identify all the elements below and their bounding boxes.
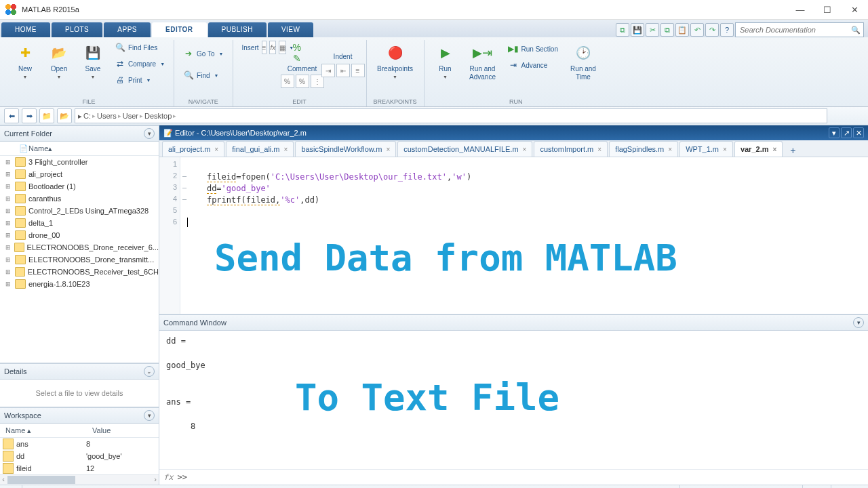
- run-time-button[interactable]: 🕑 Run and Time: [564, 40, 602, 93]
- command-window-header[interactable]: Command Window▾: [159, 315, 868, 331]
- find-files-button[interactable]: 🔍Find Files: [111, 40, 168, 55]
- command-window-body[interactable]: dd = good_bye ans = 8 To Text File: [159, 331, 868, 469]
- code-editor[interactable]: 1 2 3 4 5 6 fileid=fopen('C:\Users\User\…: [159, 157, 868, 314]
- tab-close-icon[interactable]: ×: [284, 146, 288, 153]
- comment-button[interactable]: % ✎ Comment %%⋮: [282, 40, 323, 93]
- quick-access-copy-icon[interactable]: ⧉: [660, 23, 674, 37]
- folder-item[interactable]: ⊞ali_project: [0, 168, 159, 180]
- workspace-row[interactable]: ans8: [0, 438, 159, 450]
- file-tab[interactable]: var_2.m×: [734, 141, 783, 157]
- quick-access-cut-icon[interactable]: ✂: [646, 23, 659, 37]
- run-button[interactable]: ▶ Run▼: [430, 40, 461, 93]
- quick-access-redo-icon[interactable]: ↷: [705, 23, 719, 37]
- panel-menu-icon[interactable]: ▾: [144, 128, 155, 139]
- ws-col-name[interactable]: Name ▴: [0, 426, 87, 435]
- add-tab-button[interactable]: +: [787, 144, 799, 157]
- quick-access-save-icon[interactable]: 💾: [631, 23, 644, 37]
- workspace-row[interactable]: dd'good_bye': [0, 450, 159, 462]
- status-bar: ⎸⎹ script Ln 6 Col 1: [0, 485, 868, 488]
- ribbon-tab-view[interactable]: VIEW: [268, 22, 314, 37]
- folder-item[interactable]: ⊞Bootloader (1): [0, 180, 159, 192]
- ribbon-tab-plots[interactable]: PLOTS: [52, 22, 102, 37]
- nav-up-button[interactable]: 📁: [39, 108, 54, 123]
- tab-close-icon[interactable]: ×: [214, 146, 218, 153]
- close-button[interactable]: ✕: [841, 0, 868, 19]
- ribbon-tab-publish[interactable]: PUBLISH: [208, 22, 267, 37]
- folder-item[interactable]: ⊞Control_2_LEDs Using_ATmega328: [0, 205, 159, 217]
- editor-titlebar[interactable]: 📝 Editor - C:\Users\User\Desktop\var_2.m…: [159, 125, 868, 140]
- search-input[interactable]: [738, 25, 851, 35]
- nav-browse-button[interactable]: 📂: [57, 108, 72, 123]
- workspace-header[interactable]: Workspace▾: [0, 407, 159, 424]
- folder-item[interactable]: ⊞3 Flight_controller: [0, 156, 159, 168]
- fx-icon[interactable]: fx: [163, 472, 173, 482]
- advance-button[interactable]: ⇥Advance: [505, 58, 561, 73]
- nav-forward-button[interactable]: ➡: [22, 108, 37, 123]
- insert-row[interactable]: Insert ≡ fx ▦▼: [239, 40, 279, 55]
- ws-col-value[interactable]: Value: [87, 426, 116, 434]
- workspace-menu-icon[interactable]: ▾: [144, 410, 155, 421]
- file-tab[interactable]: flagSpindles.m×: [609, 141, 678, 157]
- file-tab[interactable]: WPT_1.m×: [679, 141, 733, 157]
- save-button[interactable]: 💾 Save▼: [77, 40, 108, 93]
- tab-close-icon[interactable]: ×: [386, 146, 390, 153]
- folder-column-header-name[interactable]: 📄 Name ▴: [0, 142, 159, 156]
- quick-access-help-icon[interactable]: ?: [720, 23, 734, 37]
- editor-close-icon[interactable]: ✕: [853, 127, 864, 138]
- details-collapse-icon[interactable]: ⌄: [144, 366, 155, 377]
- ribbon: ✚ New▼ 📂 Open▼ 💾 Save▼ 🔍Find Files ⇄Comp…: [0, 37, 868, 106]
- workspace-rows[interactable]: ans8dd'good_bye'fileid12: [0, 438, 159, 474]
- ribbon-tab-home[interactable]: HOME: [1, 22, 50, 37]
- folder-item[interactable]: ⊞delta_1: [0, 217, 159, 229]
- editor-doc-icon: 📝: [163, 129, 173, 138]
- details-header[interactable]: Details⌄: [0, 363, 159, 380]
- workspace-row[interactable]: fileid12: [0, 462, 159, 474]
- address-bar[interactable]: ▸ C: ▸ Users ▸ User ▸ Desktop ▸: [75, 108, 827, 123]
- search-icon[interactable]: 🔍: [851, 26, 861, 35]
- new-button[interactable]: ✚ New▼: [9, 40, 41, 93]
- folder-item[interactable]: ⊞energia-1.8.10E23: [0, 278, 159, 290]
- find-button[interactable]: 🔍Find▼: [180, 68, 226, 83]
- folder-item[interactable]: ⊞caranthus: [0, 192, 159, 205]
- current-folder-header[interactable]: Current Folder▾: [0, 125, 159, 142]
- goto-button[interactable]: ➔Go To▼: [180, 46, 226, 61]
- editor-undock-icon[interactable]: ↗: [841, 127, 852, 138]
- ribbon-tab-editor[interactable]: EDITOR: [152, 22, 207, 37]
- nav-back-button[interactable]: ⬅: [4, 108, 19, 123]
- tab-close-icon[interactable]: ×: [668, 146, 672, 153]
- tab-close-icon[interactable]: ×: [523, 146, 527, 153]
- search-documentation[interactable]: 🔍: [735, 22, 864, 37]
- folder-item[interactable]: ⊞ELECTRONOOBS_Receiver_test_6CH: [0, 266, 159, 278]
- editor-menu-icon[interactable]: ▾: [829, 127, 840, 138]
- command-prompt[interactable]: fx >>: [159, 469, 868, 485]
- folder-item[interactable]: ⊞drone_00: [0, 229, 159, 241]
- h-scrollbar[interactable]: ‹ ›: [0, 474, 159, 485]
- cmd-menu-icon[interactable]: ▾: [853, 317, 864, 328]
- tab-close-icon[interactable]: ×: [723, 146, 727, 153]
- tab-close-icon[interactable]: ×: [597, 146, 601, 153]
- file-tab[interactable]: final_gui_ali.m×: [226, 141, 294, 157]
- compare-button[interactable]: ⇄Compare▼: [111, 56, 168, 71]
- ribbon-tab-apps[interactable]: APPS: [104, 22, 151, 37]
- quick-access-undo-icon[interactable]: ↶: [690, 23, 704, 37]
- code-area[interactable]: fileid=fopen('C:\Users\User\Desktop\our_…: [180, 157, 868, 314]
- minimize-button[interactable]: —: [787, 0, 814, 19]
- folder-item[interactable]: ⊞ELECTRONOOBS_Drone_transmitt...: [0, 253, 159, 266]
- quick-access-icon[interactable]: ⧉: [616, 23, 629, 37]
- current-folder-list[interactable]: ⊞3 Flight_controller⊞ali_project⊞Bootloa…: [0, 156, 159, 363]
- breakpoints-button[interactable]: 🔴 Breakpoints▼: [372, 40, 418, 93]
- print-button[interactable]: 🖨Print▼: [111, 73, 168, 87]
- indent-button[interactable]: Indent ⇥⇤≡: [326, 40, 361, 93]
- tab-close-icon[interactable]: ×: [772, 146, 776, 153]
- run-section-button[interactable]: ▶▮Run Section: [505, 41, 561, 56]
- file-tab[interactable]: customDetection_MANUALFILE.m×: [397, 141, 532, 157]
- ribbon-tab-strip: HOME PLOTS APPS EDITOR PUBLISH VIEW ⧉ 💾 …: [0, 20, 868, 37]
- file-tab[interactable]: ali_project.m×: [162, 141, 224, 157]
- file-tab[interactable]: basicSpindleWorkflow.m×: [295, 141, 396, 157]
- open-button[interactable]: 📂 Open▼: [43, 40, 75, 93]
- quick-access-paste-icon[interactable]: 📋: [675, 23, 689, 37]
- maximize-button[interactable]: ☐: [814, 0, 841, 19]
- run-advance-button[interactable]: ▶⇥ Run and Advance: [464, 40, 502, 93]
- file-tab[interactable]: customImport.m×: [534, 141, 608, 157]
- folder-item[interactable]: ⊞ELECTRONOOBS_Drone_receiver_6...: [0, 241, 159, 253]
